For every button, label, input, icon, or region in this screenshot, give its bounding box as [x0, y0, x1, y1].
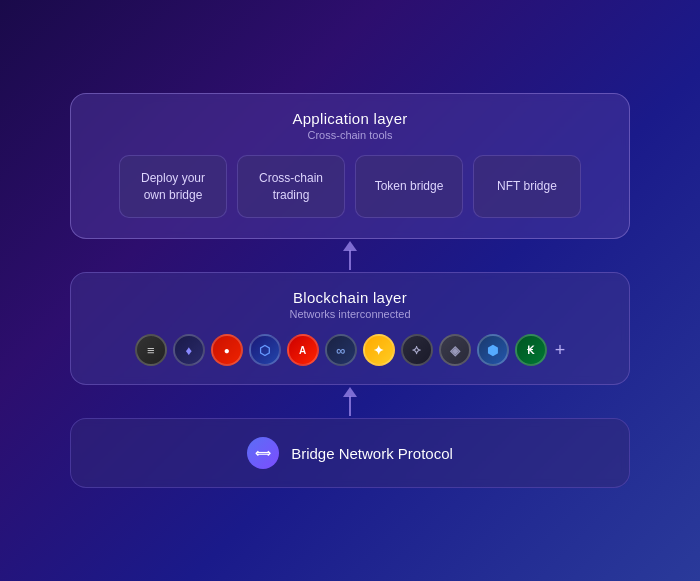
app-cards-container: Deploy your own bridge Cross-chain tradi… [91, 155, 609, 219]
arrow-shaft-1 [349, 250, 351, 270]
arrow-app-to-blockchain [343, 241, 357, 270]
token-bridge-card[interactable]: Token bridge [355, 155, 463, 219]
protocol-name: Bridge Network Protocol [291, 445, 453, 462]
nft-bridge-card[interactable]: NFT bridge [473, 155, 581, 219]
app-layer-subtitle: Cross-chain tools [91, 129, 609, 141]
arrow-shaft-2 [349, 396, 351, 416]
network-icon-11: ₭ [515, 334, 547, 366]
network-icon-8: ⟡ [401, 334, 433, 366]
app-layer-title: Application layer [91, 110, 609, 127]
network-icon-3: ● [211, 334, 243, 366]
diagram-container: Application layer Cross-chain tools Depl… [70, 93, 630, 489]
arrow-blockchain-to-protocol [343, 387, 357, 416]
more-networks-plus: + [555, 340, 566, 361]
network-icon-4: ⬡ [249, 334, 281, 366]
blockchain-layer: Blockchain layer Networks interconnected… [70, 272, 630, 385]
protocol-layer: ⟺ Bridge Network Protocol [70, 418, 630, 488]
network-icon-1: ≡ [135, 334, 167, 366]
network-icon-7: ✦ [363, 334, 395, 366]
blockchain-layer-title: Blockchain layer [91, 289, 609, 306]
blockchain-layer-subtitle: Networks interconnected [91, 308, 609, 320]
cross-chain-trading-card[interactable]: Cross-chain trading [237, 155, 345, 219]
network-icon-9: ◈ [439, 334, 471, 366]
network-icon-2: ♦ [173, 334, 205, 366]
network-icon-6: ∞ [325, 334, 357, 366]
protocol-logo: ⟺ [247, 437, 279, 469]
network-icon-10: ⬢ [477, 334, 509, 366]
network-icon-5: A [287, 334, 319, 366]
application-layer: Application layer Cross-chain tools Depl… [70, 93, 630, 240]
deploy-bridge-card[interactable]: Deploy your own bridge [119, 155, 227, 219]
network-icons-container: ≡ ♦ ● ⬡ A ∞ ✦ ⟡ ◈ ⬢ ₭ + [91, 334, 609, 366]
